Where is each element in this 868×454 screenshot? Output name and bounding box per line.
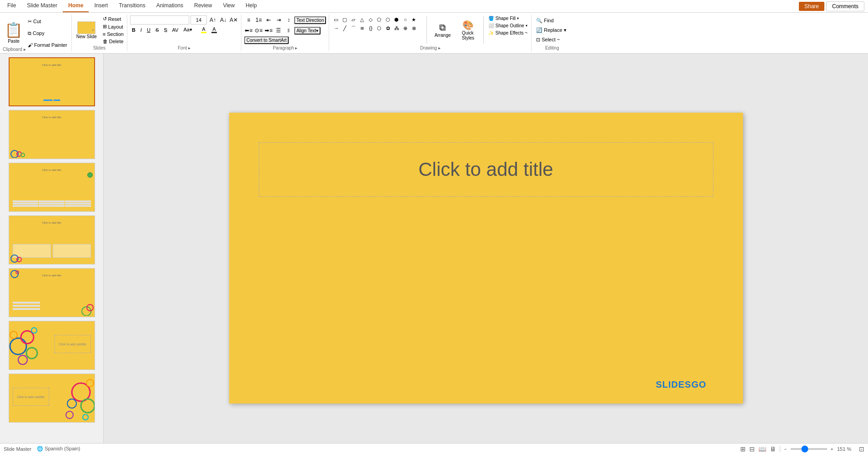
shape-outline-button[interactable]: ⬜ Shape Outline ▾	[487, 23, 528, 29]
normal-view-button[interactable]: ⊞	[740, 445, 746, 453]
convert-smartart-button[interactable]: Convert to SmartArt	[244, 36, 289, 44]
section-button[interactable]: ≡ Section	[101, 31, 125, 37]
slide-thumbnail-6[interactable]: Click to add subtitle	[9, 321, 95, 370]
slide-thumbnail-3[interactable]: Click to add title	[9, 163, 95, 212]
bold-button[interactable]: B	[130, 27, 137, 33]
slide-thumbnail-1[interactable]: Click to add title	[9, 57, 95, 106]
shape-star[interactable]: ★	[410, 15, 418, 24]
zoom-in-button[interactable]: +	[831, 446, 833, 452]
shape-triangle[interactable]: △	[358, 15, 366, 24]
line-spacing-button[interactable]: ↕	[284, 15, 293, 25]
text-direction-button[interactable]: Text Direction	[294, 16, 326, 24]
align-right-button[interactable]: ➡≡	[264, 26, 273, 35]
increase-indent-button[interactable]: ⇥	[274, 15, 283, 25]
share-button[interactable]: Share	[799, 2, 824, 11]
columns-button[interactable]: ⫴	[284, 26, 293, 35]
tab-file[interactable]: File	[2, 0, 21, 12]
status-bar: Slide Master 🌐 Spanish (Spain) ⊞ ⊟ 📖 🖥 −…	[0, 443, 868, 454]
find-button[interactable]: 🔍 Find	[534, 17, 570, 25]
fit-slide-button[interactable]: ⊡	[859, 445, 864, 453]
increase-font-button[interactable]: A↑	[208, 15, 217, 25]
language-label[interactable]: 🌐 Spanish (Spain)	[37, 446, 80, 452]
paste-button[interactable]: 📋 Paste	[3, 15, 25, 50]
replace-button[interactable]: 🔄 Replace ▾	[534, 26, 570, 34]
shape-misc3[interactable]: ⊕	[401, 24, 409, 32]
select-button[interactable]: ⊡ Select ~	[534, 36, 570, 44]
slide-sorter-button[interactable]: ⊟	[749, 445, 755, 453]
font-name-input[interactable]	[130, 15, 189, 25]
char-spacing-button[interactable]: AV	[171, 27, 181, 33]
reset-label: Reset	[108, 16, 121, 22]
highlight-button[interactable]: A	[199, 26, 208, 34]
presenter-view-button[interactable]: 🖥	[770, 445, 776, 453]
quick-styles-button[interactable]: 🎨 QuickStyles	[456, 15, 480, 45]
reading-view-button[interactable]: 📖	[758, 445, 766, 453]
tab-review[interactable]: Review	[189, 0, 217, 12]
comments-button[interactable]: Comments	[826, 1, 864, 11]
new-slide-button[interactable]: + New Slide	[74, 20, 100, 40]
numbered-list-button[interactable]: 1≡	[254, 15, 263, 25]
copy-label: Copy	[33, 30, 45, 36]
decrease-font-button[interactable]: A↓	[219, 15, 228, 25]
tab-home[interactable]: Home	[63, 0, 89, 12]
copy-button[interactable]: ⧉ Copy	[26, 30, 69, 37]
shape-misc4[interactable]: ⊗	[410, 24, 418, 32]
shape-octagon[interactable]: ⬢	[392, 15, 401, 24]
cut-button[interactable]: ✂ Cut	[26, 18, 69, 25]
slide-thumbnail-2[interactable]: Click to add title	[9, 110, 95, 159]
shape-diamond[interactable]: ◇	[366, 15, 375, 24]
tab-insert[interactable]: Insert	[89, 0, 113, 12]
shape-callout[interactable]: ⬡	[375, 24, 383, 32]
shape-misc2[interactable]: ⁂	[392, 24, 401, 32]
bullets-button[interactable]: ≡	[244, 15, 253, 25]
shape-connector[interactable]: ⌒	[349, 24, 357, 32]
decrease-indent-button[interactable]: ⇤	[264, 15, 273, 25]
zoom-level[interactable]: 151 %	[837, 446, 855, 452]
reset-button[interactable]: ↺ Reset	[101, 15, 125, 22]
font-color-button[interactable]: A	[210, 26, 219, 34]
shape-line[interactable]: ╱	[341, 24, 349, 32]
layout-button[interactable]: ⊞ Layout	[101, 23, 125, 30]
align-text-button[interactable]: Align Text▾	[294, 27, 321, 35]
shape-rect[interactable]: ▭	[332, 15, 340, 24]
shape-misc1[interactable]: ✿	[384, 24, 392, 32]
tab-slide-master[interactable]: Slide Master	[21, 0, 63, 12]
change-case-button[interactable]: Aa▾	[181, 26, 194, 33]
slide-thumbnail-4[interactable]: Click to add title	[9, 215, 95, 264]
shape-effects-button[interactable]: ✨ Shape Effects ~	[487, 30, 528, 36]
delete-button[interactable]: 🗑 Delete	[101, 38, 125, 45]
shape-rounded-rect[interactable]: ▢	[341, 15, 349, 24]
zoom-out-button[interactable]: −	[784, 446, 787, 452]
shape-pentagon[interactable]: ⬠	[375, 15, 383, 24]
underline-button[interactable]: U	[145, 27, 152, 33]
tab-view[interactable]: View	[217, 0, 240, 12]
shape-freeform[interactable]: ≋	[358, 24, 366, 32]
tab-help[interactable]: Help	[240, 0, 262, 12]
arrange-button[interactable]: ⧉ Arrange	[431, 15, 454, 45]
strikethrough-button[interactable]: S	[154, 27, 161, 33]
justify-button[interactable]: ☰	[274, 26, 283, 35]
zoom-slider[interactable]	[791, 448, 827, 450]
tab-animations[interactable]: Animations	[151, 0, 189, 12]
align-center-button[interactable]: ⊙≡	[254, 26, 263, 35]
shape-brace[interactable]: {}	[366, 24, 375, 32]
format-painter-button[interactable]: 🖌 Format Painter	[26, 42, 69, 48]
shape-outline-icon: ⬜	[488, 23, 494, 28]
slide-thumbnail-7[interactable]: Click to add subtitle	[9, 374, 95, 423]
slide-thumbnail-5[interactable]: Click to add title	[9, 268, 95, 317]
slide-canvas[interactable]: Click to add title SLIDESGO	[229, 113, 743, 404]
title-placeholder[interactable]: Click to add title	[259, 142, 713, 197]
shape-parallelogram[interactable]: ▱	[349, 15, 357, 24]
replace-label: Replace ▾	[544, 27, 566, 33]
shape-fill-button[interactable]: 🪣 Shape Fill ▾	[487, 15, 528, 21]
shape-hexagon[interactable]: ⬡	[384, 15, 392, 24]
shadow-button[interactable]: S	[162, 27, 169, 33]
clear-format-button[interactable]: A✕	[229, 15, 238, 25]
shape-arrow[interactable]: →	[332, 24, 340, 32]
tab-transitions[interactable]: Transitions	[113, 0, 151, 12]
italic-button[interactable]: I	[139, 27, 144, 33]
slide-master-label[interactable]: Slide Master	[4, 446, 31, 452]
shape-oval[interactable]: ○	[401, 15, 409, 24]
font-size-input[interactable]	[191, 15, 207, 25]
align-left-button[interactable]: ⬅≡	[244, 26, 253, 35]
